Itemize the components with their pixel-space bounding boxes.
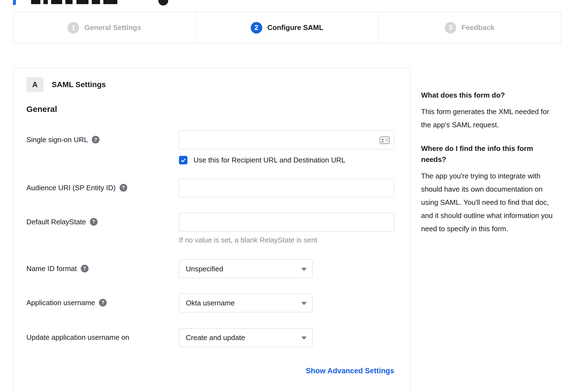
update-app-username-control-col: Create and update (179, 328, 397, 347)
general-section-heading: General (26, 104, 397, 114)
help-icon[interactable] (81, 265, 89, 272)
audience-uri-control-col (179, 179, 397, 197)
saml-settings-panel: A SAML Settings General Single sign-on U… (13, 68, 411, 392)
step-label: Configure SAML (267, 23, 324, 32)
step-feedback[interactable]: 3 Feedback (378, 12, 561, 43)
field-label: Name ID format (26, 264, 77, 273)
select-value: Unspecified (186, 265, 223, 273)
help-icon[interactable] (90, 218, 98, 226)
select-value: Create and update (186, 333, 245, 342)
sso-url-input[interactable] (179, 131, 394, 149)
app-username-row: Application username Okta username (26, 294, 397, 312)
step-general-settings[interactable]: 1 General Settings (13, 12, 195, 43)
step-number-badge: 1 (68, 22, 79, 34)
audience-uri-input[interactable] (179, 179, 394, 197)
relay-state-label-col: Default RelayState (26, 213, 179, 244)
audience-uri-label-col: Audience URI (SP Entity ID) (26, 179, 179, 197)
help-body: This form generates the XML needed for t… (421, 105, 558, 131)
relay-state-helper-text: If no value is set, a blank RelayState i… (179, 236, 397, 244)
recipient-url-checkbox[interactable] (179, 156, 187, 164)
sso-url-label-col: Single sign-on URL (26, 131, 179, 164)
gear-icon[interactable] (158, 0, 168, 5)
show-advanced-settings-link[interactable]: Show Advanced Settings (306, 367, 394, 375)
name-id-format-select[interactable]: Unspecified (179, 260, 313, 278)
cropped-title-fragment (103, 0, 117, 4)
cropped-title-fragment (43, 0, 48, 4)
recipient-url-checkbox-row: Use this for Recipient URL and Destinati… (179, 156, 397, 164)
sso-url-input-wrap (179, 131, 394, 149)
cropped-page-title (0, 0, 575, 6)
relay-state-input[interactable] (179, 213, 394, 231)
help-heading: What does this form do? (421, 90, 558, 101)
step-label: General Settings (84, 23, 141, 32)
audience-uri-row: Audience URI (SP Entity ID) (26, 179, 397, 197)
step-number-badge: 2 (251, 22, 262, 34)
step-label: Feedback (461, 23, 494, 32)
step-configure-saml[interactable]: 2 Configure SAML (195, 12, 378, 43)
update-app-username-row: Update application username on Create an… (26, 328, 397, 347)
help-sidebar: What does this form do? This form genera… (421, 90, 558, 235)
chevron-down-icon (301, 268, 307, 271)
relay-state-row: Default RelayState If no value is set, a… (26, 213, 397, 244)
panel-title: SAML Settings (52, 80, 106, 89)
name-id-format-control-col: Unspecified (179, 260, 397, 278)
chevron-down-icon (301, 302, 307, 305)
field-label: Update application username on (26, 333, 129, 342)
cropped-title-fragment (92, 0, 100, 4)
page: 1 General Settings 2 Configure SAML 3 Fe… (0, 0, 575, 392)
sso-url-row: Single sign-on URL (26, 131, 397, 164)
app-username-control-col: Okta username (179, 294, 397, 312)
help-heading: Where do I find the info this form needs… (421, 143, 558, 165)
name-id-format-row: Name ID format Unspecified (26, 260, 397, 278)
cropped-title-fragment (76, 0, 89, 4)
relay-state-control-col: If no value is set, a blank RelayState i… (179, 213, 397, 244)
cropped-title-fragment (65, 0, 73, 4)
update-app-username-label-col: Update application username on (26, 328, 179, 347)
section-a-badge: A (26, 77, 43, 92)
cropped-logo-fragment (13, 0, 16, 5)
wizard-stepper: 1 General Settings 2 Configure SAML 3 Fe… (13, 12, 561, 43)
sso-url-control-col: Use this for Recipient URL and Destinati… (179, 131, 397, 164)
step-number-badge: 3 (445, 22, 456, 34)
help-section: Where do I find the info this form needs… (421, 143, 558, 235)
help-icon[interactable] (92, 136, 99, 143)
field-label: Audience URI (SP Entity ID) (26, 183, 116, 192)
help-icon[interactable] (99, 299, 107, 307)
help-icon[interactable] (120, 184, 127, 192)
app-username-select[interactable]: Okta username (179, 294, 313, 312)
field-label: Default RelayState (26, 217, 86, 227)
checkbox-label: Use this for Recipient URL and Destinati… (193, 156, 345, 164)
chevron-down-icon (301, 336, 307, 340)
advanced-settings-row: Show Advanced Settings (26, 367, 394, 375)
cropped-title-fragment (31, 0, 40, 4)
cropped-title-fragment (51, 0, 62, 4)
help-section: What does this form do? This form genera… (421, 90, 558, 131)
app-username-label-col: Application username (26, 294, 179, 312)
help-body: The app you're trying to integrate with … (421, 169, 558, 235)
select-value: Okta username (186, 299, 235, 307)
update-app-username-select[interactable]: Create and update (179, 328, 313, 347)
field-label: Application username (26, 298, 95, 307)
name-id-format-label-col: Name ID format (26, 260, 179, 278)
panel-header: A SAML Settings (26, 77, 397, 92)
contact-card-icon[interactable] (380, 136, 390, 144)
field-label: Single sign-on URL (26, 135, 88, 144)
